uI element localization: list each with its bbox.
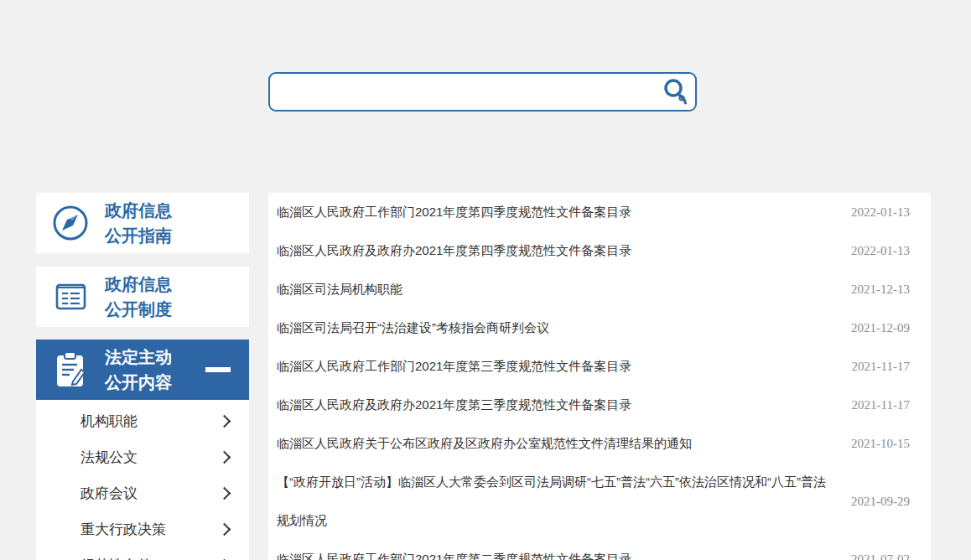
sidebar-item-label: 法定主动 公开内容 xyxy=(105,345,172,395)
chevron-right-icon xyxy=(218,523,231,537)
sidebar-submenu: 机构职能 法规公文 政府会议 重大行政决策 规范性文件 xyxy=(36,400,249,560)
article-row: 临淄区人民政府及政府办2021年度第三季度规范性文件备案目录 2021-11-1… xyxy=(268,386,931,424)
article-row: 临淄区司法局机构职能 2021-12-13 xyxy=(268,270,931,309)
sidebar-item-statutory-disclosure[interactable]: 法定主动 公开内容 xyxy=(36,340,249,400)
article-title-link[interactable]: 临淄区人民政府关于公布区政府及区政府办公室规范性文件清理结果的通知 xyxy=(277,424,836,463)
article-date: 2021-12-09 xyxy=(836,321,910,335)
chevron-right-icon xyxy=(218,487,231,500)
article-date: 2021-11-17 xyxy=(836,360,910,374)
article-date: 2021-12-13 xyxy=(836,283,910,297)
article-row: 临淄区司法局召开“法治建设”考核指会商研判会议 2021-12-09 xyxy=(268,309,931,347)
article-row: 临淄区人民政府工作部门2021年度第四季度规范性文件备案目录 2022-01-1… xyxy=(268,193,931,231)
article-title-link[interactable]: 【“政府开放日”活动】临淄区人大常委会到区司法局调研“七五”普法“六五”依法治区… xyxy=(277,463,836,540)
sidebar-menu-item[interactable]: 规范性文件 xyxy=(36,547,249,560)
menu-item-label: 机构职能 xyxy=(80,412,138,431)
clipboard-pen-icon xyxy=(36,350,105,390)
sidebar-item-label: 政府信息 公开指南 xyxy=(105,198,172,248)
sidebar-item-system[interactable]: 政府信息 公开制度 xyxy=(36,267,249,327)
article-row: 【“政府开放日”活动】临淄区人大常委会到区司法局调研“七五”普法“六五”依法治区… xyxy=(268,463,931,540)
chevron-right-icon xyxy=(218,415,231,428)
article-title-link[interactable]: 临淄区人民政府工作部门2021年度第四季度规范性文件备案目录 xyxy=(277,193,836,231)
article-row: 临淄区人民政府工作部门2021年度第二季度规范性文件备案目录 2021-07-0… xyxy=(268,540,931,560)
article-date: 2022-01-13 xyxy=(836,244,910,258)
article-date: 2021-09-29 xyxy=(836,495,910,509)
sidebar-menu-item[interactable]: 政府会议 xyxy=(36,475,249,511)
document-lines-icon xyxy=(36,279,105,314)
article-date: 2021-10-15 xyxy=(836,437,910,451)
chevron-right-icon xyxy=(218,451,231,464)
article-title-link[interactable]: 临淄区人民政府工作部门2021年度第二季度规范性文件备案目录 xyxy=(277,540,836,560)
menu-item-label: 法规公文 xyxy=(80,448,138,467)
article-title-link[interactable]: 临淄区人民政府及政府办2021年度第三季度规范性文件备案目录 xyxy=(277,386,836,424)
article-title-link[interactable]: 临淄区司法局机构职能 xyxy=(277,270,836,309)
article-date: 2022-01-13 xyxy=(836,205,910,220)
article-row: 临淄区人民政府关于公布区政府及区政府办公室规范性文件清理结果的通知 2021-1… xyxy=(268,424,931,463)
search-icon xyxy=(662,78,689,106)
compass-icon xyxy=(36,204,105,242)
sidebar-item-guide[interactable]: 政府信息 公开指南 xyxy=(36,193,249,253)
article-title-link[interactable]: 临淄区人民政府工作部门2021年度第三季度规范性文件备案目录 xyxy=(277,347,836,386)
article-row: 临淄区人民政府工作部门2021年度第三季度规范性文件备案目录 2021-11-1… xyxy=(268,347,931,386)
menu-item-label: 规范性文件 xyxy=(80,556,152,560)
sidebar-menu-item[interactable]: 法规公文 xyxy=(36,439,249,475)
article-list: 临淄区人民政府工作部门2021年度第四季度规范性文件备案目录 2022-01-1… xyxy=(268,193,931,560)
sidebar-menu-item[interactable]: 重大行政决策 xyxy=(36,511,249,547)
sidebar: 政府信息 公开指南 政府信息 公开制度 xyxy=(36,193,249,560)
menu-item-label: 政府会议 xyxy=(80,484,138,503)
search-button[interactable] xyxy=(657,74,695,110)
search-box xyxy=(268,72,697,111)
search-input[interactable] xyxy=(270,74,657,110)
article-date: 2021-11-17 xyxy=(836,398,910,412)
collapse-minus-icon xyxy=(205,367,231,372)
article-title-link[interactable]: 临淄区人民政府及政府办2021年度第四季度规范性文件备案目录 xyxy=(277,231,836,270)
sidebar-menu-item[interactable]: 机构职能 xyxy=(36,403,249,439)
article-title-link[interactable]: 临淄区司法局召开“法治建设”考核指会商研判会议 xyxy=(277,309,836,347)
sidebar-item-label: 政府信息 公开制度 xyxy=(105,272,172,322)
article-date: 2021-07-02 xyxy=(836,552,910,560)
article-row: 临淄区人民政府及政府办2021年度第四季度规范性文件备案目录 2022-01-1… xyxy=(268,231,931,270)
menu-item-label: 重大行政决策 xyxy=(80,520,166,539)
